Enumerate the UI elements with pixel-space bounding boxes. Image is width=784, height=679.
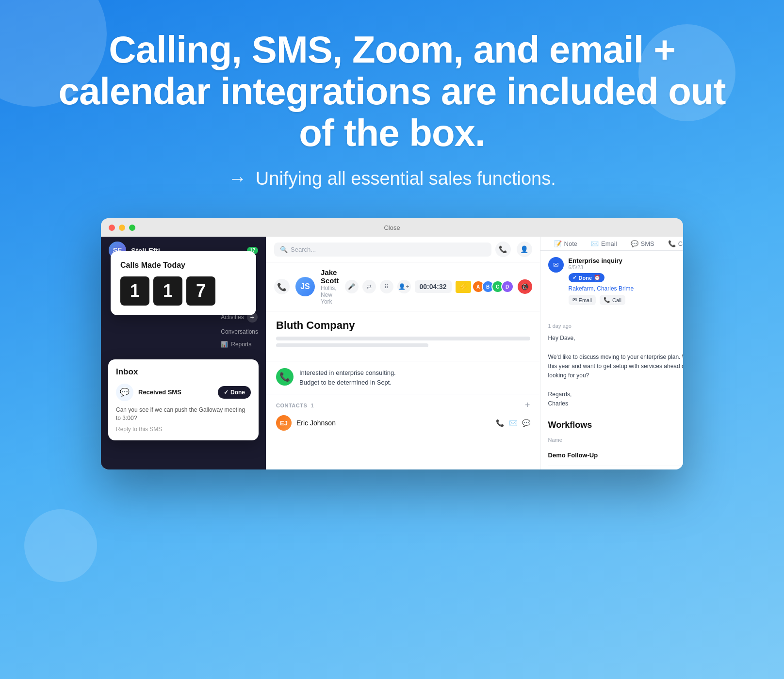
enterprise-icon: ✉ — [548, 257, 564, 273]
reply-link[interactable]: Reply to this SMS — [116, 426, 251, 433]
content-line-1 — [276, 337, 530, 340]
participants: A B C D — [475, 280, 514, 293]
email-mini-label: Email — [579, 297, 592, 303]
left-panel: SE Steli Efti 17 Activities + Conversati… — [101, 237, 266, 469]
done-check: ✓ — [572, 275, 577, 281]
digit-1: 1 — [120, 276, 149, 306]
tab-sms[interactable]: 💬 SMS — [625, 237, 660, 250]
note-icon: 📝 — [554, 240, 562, 247]
wf-name-1: Demo Follow-Up — [548, 452, 683, 459]
reports-label: Reports — [231, 341, 251, 348]
add-contact-icon[interactable]: + — [525, 400, 530, 410]
inbox-title: Inbox — [116, 367, 251, 377]
clock-icon: ⏰ — [594, 275, 601, 281]
call-timer: 00:04:32 — [415, 280, 452, 293]
email-mini-icon: ✉ — [572, 297, 577, 303]
done-label: Done — [230, 389, 245, 396]
tab-email[interactable]: ✉️ Email — [585, 237, 623, 250]
email-icon: ✉️ — [591, 240, 599, 247]
call-digits: 1 1 7 — [120, 276, 246, 306]
calls-card-title: Calls Made Today — [120, 261, 246, 270]
tab-note[interactable]: 📝 Note — [548, 237, 583, 250]
email-mini-button[interactable]: ✉ Email — [569, 295, 596, 305]
reports-icon: 📊 — [221, 341, 228, 348]
nav-conversations[interactable]: Conversations — [221, 328, 258, 335]
enterprise-title-group: Enterprise inquiry 6/5/23 — [569, 257, 622, 270]
transfer-button[interactable]: ⇄ — [362, 280, 376, 293]
done-icon: ✓ — [224, 389, 229, 396]
contact-sms-icon[interactable]: 💬 — [522, 419, 530, 427]
company-name: Bluth Company — [276, 319, 530, 332]
mute-button[interactable]: 🎤 — [345, 280, 359, 293]
workflow-title: Workflows — [548, 420, 683, 430]
email-closing: Regards,Charles — [548, 390, 683, 408]
search-bar: 🔍 Search... 📞 👤 — [266, 237, 540, 262]
end-call-button[interactable]: 📵 — [518, 279, 532, 294]
workflow-table: Workflows Name To Do Steps Demo Follow-U… — [548, 414, 683, 470]
contact-phone-icon[interactable]: 📞 — [496, 419, 504, 427]
middle-panel: 🔍 Search... 📞 👤 📞 JS Jake Scott Hollis, … — [266, 237, 540, 469]
bg-decoration-3 — [24, 509, 97, 582]
email-time-ago: 1 day ago — [548, 323, 572, 329]
call-back-icon[interactable]: 📞 — [274, 279, 290, 294]
app-window-wrapper: Close SE Steli Efti 17 Activities + — [0, 218, 784, 469]
add-call-button[interactable]: 👤+ — [397, 280, 411, 293]
done-button[interactable]: ✓ Done — [218, 386, 251, 399]
lead-text: Interested in enterprise consulting. Bud… — [299, 368, 396, 387]
call-mini-icon: 📞 — [604, 297, 610, 303]
contact-row: EJ Eric Johnson 📞 ✉️ 💬 — [276, 415, 530, 431]
keypad-button[interactable]: ⠿ — [380, 280, 393, 293]
tab-call[interactable]: 📞 Call — [662, 237, 683, 250]
contact-row-avatar: EJ — [276, 415, 292, 431]
email-greeting: Hey Dave, — [548, 334, 683, 343]
maximize-button[interactable] — [129, 225, 135, 231]
nav-reports[interactable]: 📊 Reports — [221, 341, 258, 348]
app-window: Close SE Steli Efti 17 Activities + — [101, 218, 683, 469]
arrow-icon: → — [228, 168, 246, 189]
calls-card: Calls Made Today 1 1 7 — [111, 251, 256, 315]
email-body: Hey Dave, We'd like to discuss moving to… — [548, 334, 683, 408]
hero-title: Calling, SMS, Zoom, and email + calendar… — [39, 29, 745, 154]
phone-icon[interactable]: 📞 — [495, 242, 511, 257]
email-body-text-2: looking for you? — [548, 372, 589, 379]
account-icon[interactable]: 👤 — [517, 242, 532, 257]
wf-row-1: Demo Follow-Up ✓ 👤 📞 — [548, 445, 683, 466]
done-tag: ✓ Done ⏰ — [569, 273, 605, 282]
contact-email-icon[interactable]: ✉️ — [509, 419, 517, 427]
tab-call-label: Call — [678, 240, 683, 247]
content-line-2 — [276, 343, 428, 347]
traffic-lights — [109, 225, 135, 231]
call-tab-icon: 📞 — [668, 240, 676, 247]
conversations-label: Conversations — [221, 328, 258, 335]
contacts-label: CONTACTS 1 — [276, 403, 314, 408]
tab-email-label: Email — [601, 240, 617, 247]
sms-icon: 💬 — [116, 384, 133, 401]
wf-row-2: Post Conference Follow-Up ✓ ✉ 📞 — [548, 466, 683, 470]
contact-name: Jake Scott — [321, 268, 339, 285]
close-button[interactable] — [109, 225, 115, 231]
top-icons: 📞 👤 — [495, 242, 532, 257]
window-title: Close — [384, 224, 400, 231]
tab-sms-label: SMS — [641, 240, 654, 247]
content-lines — [276, 337, 530, 347]
digit-2: 1 — [153, 276, 182, 306]
contact-header: 📞 JS Jake Scott Hollis, New York 🎤 ⇄ ⠿ 👤… — [266, 262, 540, 311]
lead-bubble: 📞 Interested in enterprise consulting. B… — [276, 368, 530, 387]
call-mini-button[interactable]: 📞 Call — [600, 295, 625, 305]
bg-decoration-2 — [638, 24, 735, 121]
contacts-section: CONTACTS 1 + EJ Eric Johnson 📞 ✉️ 💬 — [266, 394, 540, 436]
contact-row-icons: 📞 ✉️ 💬 — [496, 419, 530, 427]
hero-subtitle: → Unifying all essential sales functions… — [39, 168, 745, 189]
lead-area: 📞 Interested in enterprise consulting. B… — [266, 361, 540, 394]
wf-table-header: Name To Do Steps — [548, 435, 683, 445]
inbox-message: Can you see if we can push the Galloway … — [116, 406, 251, 422]
lead-line-2: Budget to be determined in Sept. — [299, 378, 396, 388]
minimize-button[interactable] — [119, 225, 125, 231]
email-area: 1 day ago ↩ ⋯ Hey Dave, We'd like to dis… — [540, 316, 683, 414]
enterprise-header: Enterprise inquiry 6/5/23 ✕ — [569, 257, 683, 270]
tab-note-label: Note — [564, 240, 577, 247]
contact-avatar: JS — [295, 277, 315, 296]
search-input[interactable]: 🔍 Search... — [274, 242, 491, 257]
rakefarm-link[interactable]: Rakefarm, Charles Brime — [569, 285, 683, 292]
participant-4: D — [501, 280, 514, 293]
